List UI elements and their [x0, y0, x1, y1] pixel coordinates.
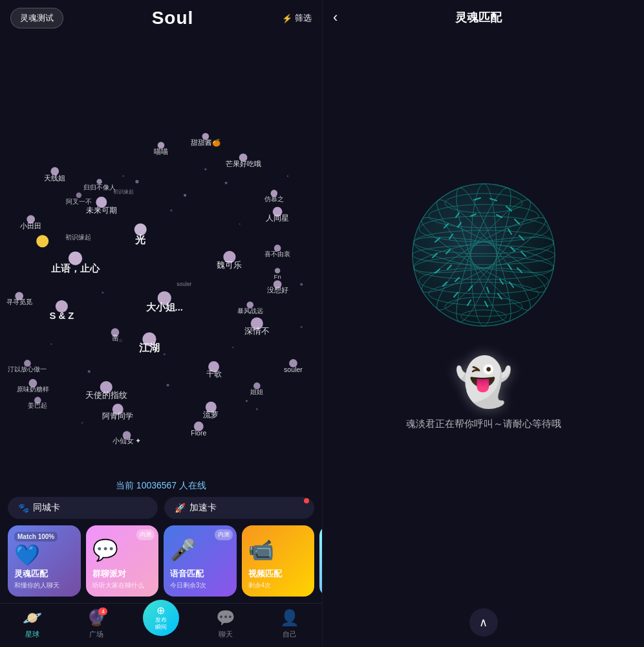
local-card[interactable]: 🐾 同城卡 [8, 497, 158, 519]
svg-point-145 [413, 184, 555, 326]
bottom-section: 当前 10036567 人在线 🐾 同城卡 🚀 加速卡 Match 100% 💙… [0, 474, 322, 647]
nav-chat[interactable]: 💬 聊天 [193, 609, 258, 639]
svg-point-9 [301, 326, 303, 328]
waiting-text: 魂淡君正在帮你呼叫～请耐心等待哦 [406, 418, 561, 430]
soul-match-card[interactable]: Match 100% 💙 灵魂匹配 和懂你的人聊天 [8, 525, 81, 597]
ghost-area: 👻 魂淡君正在帮你呼叫～请耐心等待哦 [406, 358, 561, 430]
nav-planet[interactable]: 🪐 星球 [0, 609, 65, 639]
svg-text:阿叉一不: 阿叉一不 [66, 198, 92, 205]
svg-text:未来可期: 未来可期 [86, 206, 117, 214]
bottom-nav: 🪐 星球 🔮 4 广场 ⊕ 发布 瞬间 💬 聊天 [0, 603, 322, 647]
svg-text:喵喵: 喵喵 [154, 148, 168, 155]
chevron-up-button[interactable]: ∧ [469, 608, 498, 637]
svg-text:大小姐...: 大小姐... [145, 302, 183, 313]
svg-text:阿青同学: 阿青同学 [102, 411, 133, 420]
svg-point-1 [123, 175, 124, 177]
svg-text:没想好: 没想好 [267, 286, 288, 294]
svg-point-4 [102, 292, 103, 294]
more-card[interactable]: ✨ So 口才 [319, 525, 322, 597]
plaza-badge: 4 [98, 608, 107, 615]
feature-cards: Match 100% 💙 灵魂匹配 和懂你的人聊天 内测 💬 群聊派对 听听大家… [0, 525, 322, 603]
back-button[interactable]: ‹ [333, 9, 338, 26]
svg-point-2 [170, 210, 172, 212]
nav-self-label: 自己 [283, 630, 297, 639]
svg-point-0 [204, 168, 206, 170]
soul-match-label: 灵魂匹配 [14, 568, 48, 580]
boost-card-icon: 🚀 [175, 503, 186, 513]
svg-point-8 [232, 347, 233, 348]
online-count: 当前 10036567 人在线 [0, 474, 322, 497]
quick-cards: 🐾 同城卡 🚀 加速卡 [0, 497, 322, 525]
svg-text:凿: 凿 [112, 334, 119, 342]
group-chat-badge: 内测 [136, 529, 155, 540]
svg-point-88 [246, 400, 248, 402]
svg-point-87 [166, 384, 169, 386]
svg-text:千歌: 千歌 [206, 369, 222, 378]
app-title: Soul [152, 8, 194, 28]
svg-text:仿慕之: 仿慕之 [264, 195, 284, 203]
svg-point-3 [239, 223, 241, 225]
left-header: 灵魂测试 Soul ⚡ 筛选 [0, 0, 322, 36]
nav-plaza[interactable]: 🔮 4 广场 [65, 609, 129, 639]
svg-point-83 [184, 194, 186, 197]
svg-text:寻寻觅觅: 寻寻觅觅 [6, 298, 32, 305]
group-chat-card[interactable]: 内测 💬 群聊派对 听听大家在聊什么 [86, 525, 159, 597]
svg-text:小田田: 小田田 [20, 222, 41, 230]
plaza-icon-wrap: 🔮 4 [87, 609, 106, 627]
chevron-up-icon: ∧ [479, 615, 488, 630]
soul-test-button[interactable]: 灵魂测试 [10, 8, 63, 28]
svg-text:魏可乐: 魏可乐 [217, 260, 242, 270]
svg-text:S & Z: S & Z [49, 311, 74, 321]
svg-point-7 [164, 353, 166, 355]
svg-text:止语，止心: 止语，止心 [51, 263, 100, 274]
publish-button[interactable]: ⊕ 发布 瞬间 [143, 600, 179, 636]
nav-chat-label: 聊天 [219, 630, 233, 639]
video-match-label: 视频匹配 [248, 568, 282, 580]
svg-text:天使的指纹: 天使的指纹 [85, 390, 127, 400]
planet-icon: 🪐 [23, 609, 42, 627]
publish-label: 发布 瞬间 [155, 617, 167, 631]
svg-text:原味奶糖样: 原味奶糖样 [17, 386, 49, 393]
boost-card-label: 加速卡 [189, 502, 217, 514]
svg-point-82 [135, 180, 138, 183]
soul-globe [406, 177, 561, 333]
local-card-icon: 🐾 [18, 503, 29, 513]
svg-text:归归不像人: 归归不像人 [83, 184, 116, 191]
right-panel: ‹ 灵魂匹配 [322, 0, 644, 647]
svg-text:汀以放心做一: 汀以放心做一 [8, 366, 47, 373]
chat-icon: 💬 [216, 609, 235, 627]
svg-text:流萝: 流萝 [203, 410, 219, 419]
svg-text:souler: souler [284, 366, 303, 373]
universe-map[interactable]: 喵喵 甜甜酱🍊 天线姐 归归不像人 阿叉一不 未来可期 芒果好吃哦 小田田 [0, 36, 322, 474]
svg-point-85 [300, 283, 303, 285]
video-match-sub: 剩余4次 [248, 581, 272, 590]
filter-button[interactable]: ⚡ 筛选 [282, 12, 312, 24]
svg-point-10 [81, 422, 83, 424]
boost-card[interactable]: 🚀 加速卡 [164, 497, 314, 519]
voice-match-card[interactable]: 内测 🎤 语音匹配 今日剩余3次 [164, 525, 237, 597]
nav-plaza-label: 广场 [89, 630, 103, 639]
right-content: 👻 魂淡君正在帮你呼叫～请耐心等待哦 [323, 35, 644, 598]
svg-text:芒果好吃哦: 芒果好吃哦 [226, 160, 261, 168]
local-card-label: 同城卡 [33, 502, 60, 514]
notification-dot [304, 498, 309, 503]
voice-match-label: 语音匹配 [170, 568, 204, 580]
svg-text:Flore: Flore [191, 429, 206, 437]
svg-text:人间星: 人间星 [266, 214, 289, 222]
right-bottom: ∧ [323, 598, 644, 647]
svg-point-28 [36, 235, 48, 247]
nav-self[interactable]: 👤 自己 [257, 609, 322, 639]
universe-svg: 喵喵 甜甜酱🍊 天线姐 归归不像人 阿叉一不 未来可期 芒果好吃哦 小田田 [0, 36, 322, 474]
group-chat-label: 群聊派对 [92, 568, 126, 580]
svg-text:姜巴起: 姜巴起 [28, 402, 47, 409]
svg-point-5 [287, 175, 288, 177]
group-chat-sub: 听听大家在聊什么 [92, 581, 144, 590]
svg-text:甜甜酱🍊: 甜甜酱🍊 [191, 138, 221, 147]
nav-planet-label: 星球 [25, 630, 39, 639]
video-match-card[interactable]: 📹 视频匹配 剩余4次 [242, 525, 315, 597]
svg-point-6 [50, 344, 52, 345]
right-title: 灵魂匹配 [345, 10, 612, 25]
nav-publish: ⊕ 发布 瞬间 [129, 613, 193, 636]
svg-text:江湖: 江湖 [139, 342, 160, 353]
voice-match-badge: 内测 [215, 529, 233, 540]
